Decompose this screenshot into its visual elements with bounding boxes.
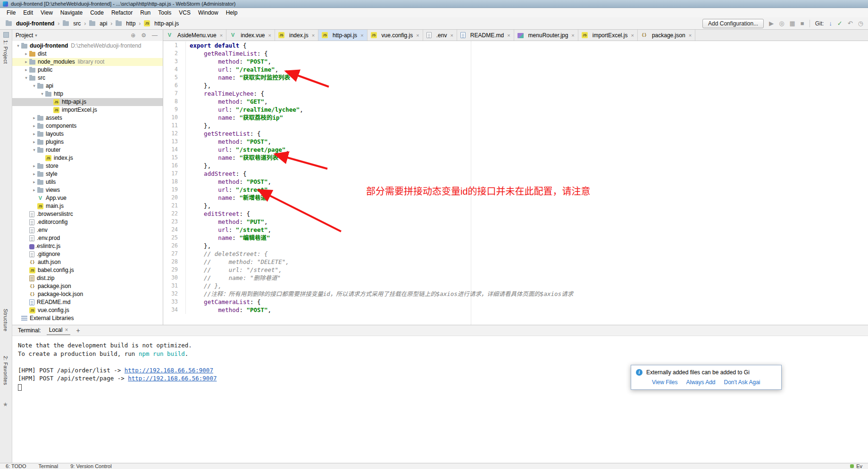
chevron-down-icon[interactable]: ▾ [15,42,21,50]
close-tab-icon[interactable]: × [416,33,419,38]
tree-row[interactable]: main.js [12,202,163,210]
tree-row[interactable]: .env [12,226,163,234]
editor-tab[interactable]: importExcel.js× [578,30,638,41]
chevron-down-icon[interactable]: ▾ [31,146,37,154]
tree-row[interactable]: ▸public [12,66,163,74]
terminal-tab-local[interactable]: Local × [47,326,71,335]
close-tab-icon[interactable]: × [220,33,223,38]
tree-row[interactable]: ▾http [12,90,163,98]
menu-tools[interactable]: Tools [154,8,175,17]
close-tab-icon[interactable]: × [689,33,692,38]
close-tab-icon[interactable]: × [360,33,363,38]
tree-row[interactable]: vue.config.js [12,306,163,314]
toolstrip-project-button[interactable]: 1: Project [3,40,8,64]
tree-row[interactable]: ▸utils [12,178,163,186]
tree-row[interactable]: http-api.js [12,98,163,106]
breadcrumb-item[interactable]: duoji-frontend [5,20,55,27]
chevron-right-icon[interactable]: ▸ [23,66,29,74]
project-panel-title[interactable]: Project [16,32,33,39]
tree-row[interactable]: .gitignore [12,250,163,258]
chevron-right-icon[interactable]: ▸ [31,170,37,178]
menu-view[interactable]: View [37,8,57,17]
breadcrumb-item[interactable]: http-api.js [143,20,180,27]
tree-row[interactable]: ▸style [12,170,163,178]
coverage-icon[interactable]: ▦ [790,20,795,26]
event-log-icon[interactable] [850,464,854,468]
breadcrumb-item[interactable]: api [88,20,108,27]
menu-edit[interactable]: Edit [19,8,37,17]
chevron-right-icon[interactable]: ▸ [31,130,37,138]
close-terminal-tab-icon[interactable]: × [65,327,68,333]
chevron-right-icon[interactable]: ▸ [31,162,37,170]
notification-action[interactable]: View Files [652,379,677,386]
hide-panel-icon[interactable]: — [150,32,159,39]
toolstrip-structure-button[interactable]: Structure [3,309,8,331]
gear-icon[interactable]: ⚙ [139,32,148,39]
run-icon[interactable]: ▶ [769,20,774,26]
chevron-down-icon[interactable]: ▾ [23,74,29,82]
tree-row[interactable]: .editorconfig [12,218,163,226]
statusbar-item[interactable]: Terminal [39,463,58,469]
toolstrip-favorites-button[interactable]: 2: Favorites [3,356,8,385]
tree-row[interactable]: ▾router [12,146,163,154]
tree-row[interactable]: ▾api [12,82,163,90]
chevron-right-icon[interactable]: ▸ [31,138,37,146]
tree-row[interactable]: ▾duoji-frontendD:\zheheWeb\duoji-fronten… [12,42,163,50]
close-tab-icon[interactable]: × [571,33,574,38]
tree-row[interactable]: ▸views [12,186,163,194]
tree-row[interactable]: .browserslistrc [12,210,163,218]
menu-navigate[interactable]: Navigate [57,8,86,17]
chevron-right-icon[interactable]: ▸ [31,114,37,122]
code-editor[interactable]: 1export default {2 getRealTimeList: {3 m… [163,41,868,325]
tree-row[interactable]: ▸layouts [12,130,163,138]
close-tab-icon[interactable]: × [268,33,271,38]
tree-row[interactable]: dist.zip [12,274,163,282]
tree-row[interactable]: README.md [12,298,163,306]
git-commit-icon[interactable]: ✓ [837,20,843,26]
editor-tab[interactable]: index.js× [275,30,318,41]
statusbar-item[interactable]: 6: TODO [6,463,26,469]
notification-action[interactable]: Always Add [686,379,715,386]
close-tab-icon[interactable]: × [507,33,510,38]
event-log-label[interactable]: Ev [856,463,862,469]
tree-row[interactable]: package-lock.json [12,290,163,298]
editor-tab[interactable]: vue.config.js× [367,30,423,41]
terminal-output[interactable]: Note that the development build is not o… [12,336,868,463]
menu-vcs[interactable]: VCS [175,8,194,17]
git-update-icon[interactable]: ↓ [829,20,832,26]
menu-help[interactable]: Help [222,8,242,17]
tree-row[interactable]: babel.config.js [12,266,163,274]
tree-row[interactable]: External Libraries [12,314,163,322]
terminal-link[interactable]: http://192.168.66.56:9007 [125,367,213,374]
git-rollback-icon[interactable]: ↶ [848,20,853,26]
menu-code[interactable]: Code [86,8,108,17]
editor-tab[interactable]: AsideMenu.vue× [163,30,226,41]
close-tab-icon[interactable]: × [631,33,634,38]
tree-row[interactable]: .env.prod [12,234,163,242]
tree-row[interactable]: ▸node_moduleslibrary root [12,58,163,66]
terminal-link[interactable]: http://192.168.66.56:9007 [128,375,217,382]
history-clock-icon[interactable]: ◷ [858,20,863,26]
notification-action[interactable]: Don't Ask Agai [724,379,760,386]
editor-tab[interactable]: .env× [423,30,457,41]
tree-row[interactable]: ▸assets [12,114,163,122]
breadcrumb-item[interactable]: src [62,20,82,27]
chevron-right-icon[interactable]: ▸ [31,178,37,186]
editor-tab[interactable]: http-api.js× [318,30,367,41]
debug-icon[interactable]: ◎ [779,20,784,26]
tree-row[interactable]: ▸dist [12,50,163,58]
tree-row[interactable]: auth.json [12,258,163,266]
tree-row[interactable]: ▸plugins [12,138,163,146]
statusbar-item[interactable]: 9: Version Control [70,463,111,469]
close-tab-icon[interactable]: × [312,33,315,38]
menu-refactor[interactable]: Refactor [108,8,136,17]
add-configuration-button[interactable]: Add Configuration... [702,19,764,28]
close-tab-icon[interactable]: × [450,33,453,38]
chevron-down-icon[interactable]: ▾ [31,82,37,90]
chevron-right-icon[interactable]: ▸ [23,50,29,58]
chevron-right-icon[interactable]: ▸ [23,58,29,66]
chevron-right-icon[interactable]: ▸ [31,122,37,130]
editor-tab[interactable]: index.vue× [226,30,275,41]
tree-row[interactable]: ▾src [12,74,163,82]
editor-tab[interactable]: package.json× [638,30,695,41]
